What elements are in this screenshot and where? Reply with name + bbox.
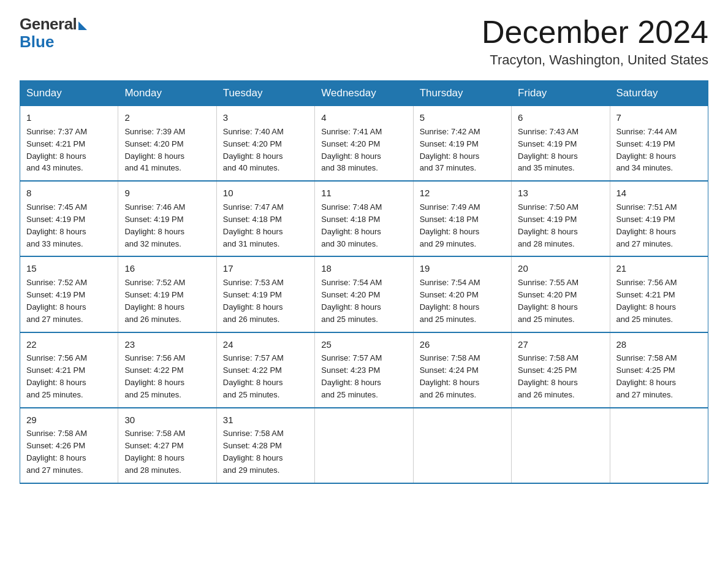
col-header-saturday: Saturday xyxy=(610,81,708,106)
day-info: Sunrise: 7:47 AMSunset: 4:18 PMDaylight:… xyxy=(223,202,284,248)
day-number: 28 xyxy=(616,338,702,351)
day-info: Sunrise: 7:52 AMSunset: 4:19 PMDaylight:… xyxy=(26,278,87,324)
day-info: Sunrise: 7:58 AMSunset: 4:27 PMDaylight:… xyxy=(124,429,185,475)
calendar-cell: 25Sunrise: 7:57 AMSunset: 4:23 PMDayligh… xyxy=(315,332,413,408)
calendar-week-row: 1Sunrise: 7:37 AMSunset: 4:21 PMDaylight… xyxy=(20,106,708,182)
day-number: 27 xyxy=(518,338,603,351)
calendar-cell: 23Sunrise: 7:56 AMSunset: 4:22 PMDayligh… xyxy=(118,332,216,408)
calendar-cell xyxy=(413,408,511,483)
day-info: Sunrise: 7:49 AMSunset: 4:18 PMDaylight:… xyxy=(420,202,480,248)
col-header-monday: Monday xyxy=(118,81,216,106)
day-number: 23 xyxy=(124,338,210,351)
calendar-cell: 14Sunrise: 7:51 AMSunset: 4:19 PMDayligh… xyxy=(610,181,708,256)
day-info: Sunrise: 7:44 AMSunset: 4:19 PMDaylight:… xyxy=(616,127,677,173)
calendar-cell: 6Sunrise: 7:43 AMSunset: 4:19 PMDaylight… xyxy=(512,106,610,182)
day-number: 12 xyxy=(420,186,505,200)
location-title: Tracyton, Washington, United States xyxy=(482,52,708,68)
day-number: 8 xyxy=(26,186,112,200)
calendar-table: SundayMondayTuesdayWednesdayThursdayFrid… xyxy=(20,80,708,484)
day-info: Sunrise: 7:46 AMSunset: 4:19 PMDaylight:… xyxy=(124,202,185,248)
calendar-cell: 31Sunrise: 7:58 AMSunset: 4:28 PMDayligh… xyxy=(216,408,314,483)
day-number: 17 xyxy=(223,262,308,275)
day-info: Sunrise: 7:58 AMSunset: 4:24 PMDaylight:… xyxy=(420,353,480,399)
day-number: 13 xyxy=(518,186,603,200)
calendar-cell: 18Sunrise: 7:54 AMSunset: 4:20 PMDayligh… xyxy=(315,256,413,332)
calendar-week-row: 8Sunrise: 7:45 AMSunset: 4:19 PMDaylight… xyxy=(20,181,708,256)
calendar-cell: 1Sunrise: 7:37 AMSunset: 4:21 PMDaylight… xyxy=(20,106,118,182)
day-info: Sunrise: 7:58 AMSunset: 4:25 PMDaylight:… xyxy=(518,353,578,399)
logo-blue-text: Blue xyxy=(20,33,54,52)
calendar-cell: 5Sunrise: 7:42 AMSunset: 4:19 PMDaylight… xyxy=(413,106,511,182)
day-info: Sunrise: 7:55 AMSunset: 4:20 PMDaylight:… xyxy=(518,278,578,324)
calendar-cell: 11Sunrise: 7:48 AMSunset: 4:18 PMDayligh… xyxy=(315,181,413,256)
calendar-cell: 22Sunrise: 7:56 AMSunset: 4:21 PMDayligh… xyxy=(20,332,118,408)
day-info: Sunrise: 7:53 AMSunset: 4:19 PMDaylight:… xyxy=(223,278,284,324)
day-number: 22 xyxy=(26,338,112,351)
day-number: 21 xyxy=(616,262,702,275)
day-number: 29 xyxy=(26,413,112,427)
day-number: 9 xyxy=(124,186,210,200)
day-info: Sunrise: 7:54 AMSunset: 4:20 PMDaylight:… xyxy=(420,278,480,324)
calendar-cell: 21Sunrise: 7:56 AMSunset: 4:21 PMDayligh… xyxy=(610,256,708,332)
day-number: 11 xyxy=(321,186,406,200)
calendar-header-row: SundayMondayTuesdayWednesdayThursdayFrid… xyxy=(20,81,708,106)
day-number: 14 xyxy=(616,186,702,200)
day-info: Sunrise: 7:50 AMSunset: 4:19 PMDaylight:… xyxy=(518,202,578,248)
col-header-tuesday: Tuesday xyxy=(216,81,314,106)
day-number: 16 xyxy=(124,262,210,275)
day-info: Sunrise: 7:37 AMSunset: 4:21 PMDaylight:… xyxy=(26,127,87,173)
calendar-cell: 10Sunrise: 7:47 AMSunset: 4:18 PMDayligh… xyxy=(216,181,314,256)
calendar-week-row: 29Sunrise: 7:58 AMSunset: 4:26 PMDayligh… xyxy=(20,408,708,483)
calendar-cell: 4Sunrise: 7:41 AMSunset: 4:20 PMDaylight… xyxy=(315,106,413,182)
calendar-cell xyxy=(512,408,610,483)
logo: General Blue xyxy=(20,15,87,52)
logo-general-text: General xyxy=(20,15,77,34)
day-info: Sunrise: 7:56 AMSunset: 4:22 PMDaylight:… xyxy=(124,353,185,399)
day-info: Sunrise: 7:48 AMSunset: 4:18 PMDaylight:… xyxy=(321,202,382,248)
calendar-cell: 13Sunrise: 7:50 AMSunset: 4:19 PMDayligh… xyxy=(512,181,610,256)
calendar-cell: 3Sunrise: 7:40 AMSunset: 4:20 PMDaylight… xyxy=(216,106,314,182)
day-number: 30 xyxy=(124,413,210,427)
day-info: Sunrise: 7:58 AMSunset: 4:26 PMDaylight:… xyxy=(26,429,87,475)
day-info: Sunrise: 7:41 AMSunset: 4:20 PMDaylight:… xyxy=(321,127,382,173)
day-number: 31 xyxy=(223,413,308,427)
col-header-wednesday: Wednesday xyxy=(315,81,413,106)
day-number: 4 xyxy=(321,111,406,124)
calendar-cell: 7Sunrise: 7:44 AMSunset: 4:19 PMDaylight… xyxy=(610,106,708,182)
day-info: Sunrise: 7:40 AMSunset: 4:20 PMDaylight:… xyxy=(223,127,284,173)
calendar-cell: 15Sunrise: 7:52 AMSunset: 4:19 PMDayligh… xyxy=(20,256,118,332)
calendar-cell: 26Sunrise: 7:58 AMSunset: 4:24 PMDayligh… xyxy=(413,332,511,408)
calendar-cell: 16Sunrise: 7:52 AMSunset: 4:19 PMDayligh… xyxy=(118,256,216,332)
day-info: Sunrise: 7:54 AMSunset: 4:20 PMDaylight:… xyxy=(321,278,382,324)
day-number: 26 xyxy=(420,338,505,351)
day-info: Sunrise: 7:45 AMSunset: 4:19 PMDaylight:… xyxy=(26,202,87,248)
day-number: 5 xyxy=(420,111,505,124)
day-number: 7 xyxy=(616,111,702,124)
calendar-week-row: 22Sunrise: 7:56 AMSunset: 4:21 PMDayligh… xyxy=(20,332,708,408)
month-title: December 2024 xyxy=(482,15,708,50)
calendar-cell: 17Sunrise: 7:53 AMSunset: 4:19 PMDayligh… xyxy=(216,256,314,332)
calendar-cell: 12Sunrise: 7:49 AMSunset: 4:18 PMDayligh… xyxy=(413,181,511,256)
day-number: 1 xyxy=(26,111,112,124)
day-info: Sunrise: 7:39 AMSunset: 4:20 PMDaylight:… xyxy=(124,127,185,173)
calendar-cell: 20Sunrise: 7:55 AMSunset: 4:20 PMDayligh… xyxy=(512,256,610,332)
calendar-cell: 2Sunrise: 7:39 AMSunset: 4:20 PMDaylight… xyxy=(118,106,216,182)
header: General Blue December 2024 Tracyton, Was… xyxy=(20,15,708,68)
day-number: 24 xyxy=(223,338,308,351)
calendar-cell xyxy=(315,408,413,483)
day-info: Sunrise: 7:56 AMSunset: 4:21 PMDaylight:… xyxy=(26,353,87,399)
calendar-cell: 19Sunrise: 7:54 AMSunset: 4:20 PMDayligh… xyxy=(413,256,511,332)
day-info: Sunrise: 7:58 AMSunset: 4:28 PMDaylight:… xyxy=(223,429,284,475)
calendar-cell: 9Sunrise: 7:46 AMSunset: 4:19 PMDaylight… xyxy=(118,181,216,256)
calendar-week-row: 15Sunrise: 7:52 AMSunset: 4:19 PMDayligh… xyxy=(20,256,708,332)
col-header-thursday: Thursday xyxy=(413,81,511,106)
day-number: 25 xyxy=(321,338,406,351)
day-info: Sunrise: 7:58 AMSunset: 4:25 PMDaylight:… xyxy=(616,353,677,399)
calendar-cell xyxy=(610,408,708,483)
day-info: Sunrise: 7:51 AMSunset: 4:19 PMDaylight:… xyxy=(616,202,677,248)
day-info: Sunrise: 7:42 AMSunset: 4:19 PMDaylight:… xyxy=(420,127,480,173)
calendar-cell: 29Sunrise: 7:58 AMSunset: 4:26 PMDayligh… xyxy=(20,408,118,483)
day-number: 20 xyxy=(518,262,603,275)
day-info: Sunrise: 7:57 AMSunset: 4:22 PMDaylight:… xyxy=(223,353,284,399)
day-number: 18 xyxy=(321,262,406,275)
